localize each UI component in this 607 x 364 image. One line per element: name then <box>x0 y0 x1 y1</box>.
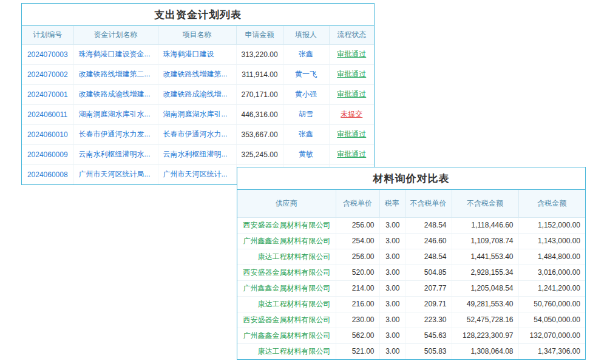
project-name-link-header: 项目名称 <box>158 26 236 44</box>
plan-name-link-cell[interactable]: 改建铁路成渝线增建... <box>73 84 158 104</box>
material-header-row: 供应商含税单价税率不含税单价不含税金额含税金额 <box>237 190 585 217</box>
tax-rate-cell: 3.00 <box>379 343 405 359</box>
expense-panel-title: 支出资金计划列表 <box>22 4 374 26</box>
expense-header-row: 计划编号资金计划名称项目名称申请金额填报人流程状态 <box>22 26 374 44</box>
reporter-link-cell[interactable]: 张鑫 <box>283 124 329 144</box>
amount-incl-tax-cell: 54,050,000.00 <box>518 312 585 328</box>
amount-incl-tax-cell: 1,241,200.00 <box>518 280 585 296</box>
plan-id-link-cell[interactable]: 2024060008 <box>22 164 73 184</box>
apply-amount-cell: 353,667.00 <box>236 124 283 144</box>
unit-price-incl-tax-cell: 214.00 <box>336 280 379 296</box>
supplier-link-cell[interactable]: 康达工程材料有限公司 <box>237 296 336 312</box>
supplier-link-cell[interactable]: 康达工程材料有限公司 <box>237 249 336 265</box>
unit-price-excl-tax-cell: 209.71 <box>405 296 452 312</box>
unit-price-incl-tax-cell: 230.00 <box>336 312 379 328</box>
project-name-link-cell[interactable]: 云南水利枢纽潜明... <box>158 144 236 164</box>
apply-amount-cell: 311,914.00 <box>236 64 283 84</box>
reporter-link-cell[interactable]: 黄敏 <box>283 144 329 164</box>
plan-name-link-cell[interactable]: 珠海鹤港口建设资金... <box>73 44 158 64</box>
project-name-link-cell[interactable]: 湖南洞庭湖水库引... <box>158 104 236 124</box>
plan-name-link-cell[interactable]: 长春市伊通河水力发... <box>73 124 158 144</box>
supplier-link-cell[interactable]: 康达工程材料有限公司 <box>237 343 336 359</box>
apply-amount-cell: 313,220.00 <box>236 44 283 64</box>
tax-rate-cell: 3.00 <box>379 296 405 312</box>
expense-table-row: 2024070002改建铁路线增建第二...改建铁路线增建第...311,914… <box>22 64 374 84</box>
amount-excl-tax-cell: 128,223,300.97 <box>452 328 518 343</box>
project-name-link-cell[interactable]: 广州市天河区统计... <box>158 164 236 184</box>
amount-incl-tax-cell: 3,016,000.00 <box>518 265 585 280</box>
tax-rate-cell: 3.00 <box>379 328 405 343</box>
plan-name-link-cell[interactable]: 湖南洞庭湖水库引水... <box>73 104 158 124</box>
reporter-link-cell[interactable]: 胡雪 <box>283 104 329 124</box>
expense-table-body: 2024070003珠海鹤港口建设资金...珠海鹤港口建设313,220.00张… <box>22 44 374 184</box>
material-table-row: 西安盛器金属材料有限公司256.003.00248.541,118,446.60… <box>237 217 585 233</box>
expense-table-row: 2024070003珠海鹤港口建设资金...珠海鹤港口建设313,220.00张… <box>22 44 374 64</box>
expense-plan-panel: 支出资金计划列表 计划编号资金计划名称项目名称申请金额填报人流程状态 20240… <box>21 3 375 185</box>
plan-name-link-cell[interactable]: 广州市天河区统计局... <box>73 164 158 184</box>
plan-id-link-cell[interactable]: 2024070002 <box>22 64 73 84</box>
reporter-link-cell[interactable]: 黄一飞 <box>283 64 329 84</box>
expense-table-row: 2024060010长春市伊通河水力发...长春市伊通河水力...353,667… <box>22 124 374 144</box>
supplier-link-cell[interactable]: 广州鑫鑫金属材料有限公司 <box>237 280 336 296</box>
reporter-link-cell[interactable]: 黄小强 <box>283 84 329 104</box>
supplier-link-cell[interactable]: 西安盛器金属材料有限公司 <box>237 312 336 328</box>
material-table-row: 康达工程材料有限公司216.003.00209.7149,281,553.405… <box>237 296 585 312</box>
reporter-link-cell[interactable]: 张鑫 <box>283 44 329 64</box>
amount-excl-tax-cell: 2,928,155.34 <box>452 265 518 280</box>
material-table-row: 广州鑫鑫金属材料有限公司254.003.00246.601,109,708.74… <box>237 233 585 249</box>
status-link-cell[interactable]: 审批通过 <box>329 44 374 64</box>
status-link-cell[interactable]: 未提交 <box>329 104 374 124</box>
expense-table-head: 计划编号资金计划名称项目名称申请金额填报人流程状态 <box>22 26 374 44</box>
reporter-link-header: 填报人 <box>283 26 329 44</box>
status-link-cell[interactable]: 审批通过 <box>329 84 374 104</box>
unit-price-excl-tax-cell: 246.60 <box>405 233 452 249</box>
material-table-row: 广州鑫鑫金属材料有限公司562.003.00545.63128,223,300.… <box>237 328 585 343</box>
tax-rate-cell: 3.00 <box>379 233 405 249</box>
supplier-link-cell[interactable]: 西安盛器金属材料有限公司 <box>237 217 336 233</box>
plan-id-link-cell[interactable]: 2024070003 <box>22 44 73 64</box>
expense-table-row: 2024060011湖南洞庭湖水库引水...湖南洞庭湖水库引...446,316… <box>22 104 374 124</box>
plan-name-link-cell[interactable]: 改建铁路线增建第二... <box>73 64 158 84</box>
material-table-row: 康达工程材料有限公司256.003.00248.541,441,553.401,… <box>237 249 585 265</box>
apply-amount-header: 申请金额 <box>236 26 283 44</box>
tax-rate-header: 税率 <box>379 190 405 217</box>
unit-price-incl-tax-cell: 256.00 <box>336 217 379 233</box>
supplier-link-cell[interactable]: 广州鑫鑫金属材料有限公司 <box>237 328 336 343</box>
plan-id-link-cell[interactable]: 2024060011 <box>22 104 73 124</box>
amount-incl-tax-cell: 1,152,000.00 <box>518 217 585 233</box>
unit-price-incl-tax-cell: 521.00 <box>336 343 379 359</box>
project-name-link-cell[interactable]: 改建铁路线增建第... <box>158 64 236 84</box>
plan-name-link-cell[interactable]: 云南水利枢纽潜明水... <box>73 144 158 164</box>
unit-price-incl-tax-cell: 256.00 <box>336 249 379 265</box>
unit-price-excl-tax-cell: 505.83 <box>405 343 452 359</box>
amount-excl-tax-cell: 52,475,728.16 <box>452 312 518 328</box>
status-link-cell[interactable]: 审批通过 <box>329 64 374 84</box>
status-link-header: 流程状态 <box>329 26 374 44</box>
unit-price-excl-tax-cell: 223.30 <box>405 312 452 328</box>
status-link-cell[interactable]: 审批通过 <box>329 124 374 144</box>
unit-price-excl-tax-cell: 248.54 <box>405 249 452 265</box>
amount-excl-tax-cell: 49,281,553.40 <box>452 296 518 312</box>
unit-price-excl-tax-cell: 504.85 <box>405 265 452 280</box>
supplier-link-cell[interactable]: 西安盛器金属材料有限公司 <box>237 265 336 280</box>
plan-id-link-cell[interactable]: 2024060010 <box>22 124 73 144</box>
status-link-cell[interactable]: 审批通过 <box>329 144 374 164</box>
amount-incl-tax-cell: 1,143,000.00 <box>518 233 585 249</box>
plan-name-link-header: 资金计划名称 <box>73 26 158 44</box>
material-table-row: 康达工程材料有限公司521.003.00505.831,308,064.081,… <box>237 343 585 359</box>
unit-price-excl-tax-cell: 248.54 <box>405 217 452 233</box>
plan-id-link-cell[interactable]: 2024060009 <box>22 144 73 164</box>
project-name-link-cell[interactable]: 珠海鹤港口建设 <box>158 44 236 64</box>
unit-price-incl-tax-cell: 254.00 <box>336 233 379 249</box>
tax-rate-cell: 3.00 <box>379 217 405 233</box>
plan-id-link-header: 计划编号 <box>22 26 73 44</box>
project-name-link-cell[interactable]: 改建铁路成渝线增... <box>158 84 236 104</box>
expense-table: 计划编号资金计划名称项目名称申请金额填报人流程状态 2024070003珠海鹤港… <box>22 26 374 184</box>
amount-excl-tax-cell: 1,118,446.60 <box>452 217 518 233</box>
project-name-link-cell[interactable]: 长春市伊通河水力... <box>158 124 236 144</box>
supplier-link-header: 供应商 <box>237 190 336 217</box>
plan-id-link-cell[interactable]: 2024070001 <box>22 84 73 104</box>
unit-price-incl-tax-cell: 562.00 <box>336 328 379 343</box>
supplier-link-cell[interactable]: 广州鑫鑫金属材料有限公司 <box>237 233 336 249</box>
material-table-body: 西安盛器金属材料有限公司256.003.00248.541,118,446.60… <box>237 217 585 359</box>
